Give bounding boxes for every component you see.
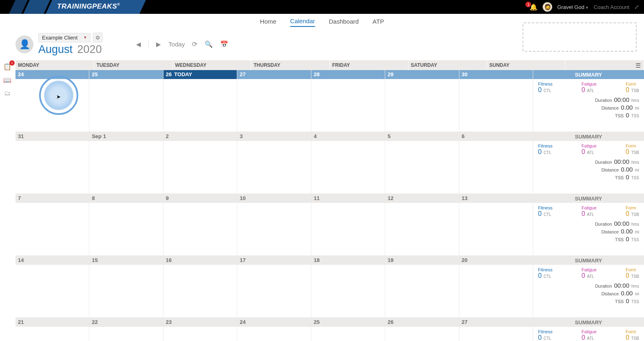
user-name-label[interactable]: Gravel God▼	[557, 4, 589, 10]
day-header-thu: THURSDAY	[251, 60, 330, 70]
calendar-day[interactable]: 17	[237, 256, 311, 317]
library-badge: 1	[9, 60, 15, 66]
client-avatar[interactable]: 👤	[15, 35, 33, 53]
calendar-week: 14 15 16 17 18 19 20 SUMMARY Fitness0 CT…	[15, 256, 644, 318]
tss-label: TSS	[615, 113, 624, 118]
form-label: Form	[626, 205, 639, 210]
calendar-day[interactable]: 26TODAY	[163, 70, 237, 132]
fatigue-value: 0	[582, 148, 585, 155]
brand-text: TRAININGPEAKS	[57, 2, 117, 10]
nav-dashboard[interactable]: Dashboard	[329, 18, 359, 26]
library-icon[interactable]: 📋 1	[3, 63, 11, 70]
calendar-day[interactable]: 4	[311, 132, 385, 194]
calendar-day[interactable]: 7	[15, 194, 89, 255]
notifications-bell-icon[interactable]: 🔔 1	[529, 3, 538, 11]
calendar-day[interactable]: 13	[459, 194, 533, 255]
calendar-day[interactable]: 6	[459, 132, 533, 194]
calendar-day[interactable]: 31	[15, 132, 89, 194]
calendar-day[interactable]: 25	[311, 318, 385, 341]
form-label: Form	[626, 329, 639, 334]
fullscreen-icon[interactable]: ⤢	[634, 4, 639, 10]
date-range-icon[interactable]: 📅	[220, 40, 228, 48]
calendar-day[interactable]: 21	[15, 318, 89, 341]
client-select[interactable]: Example Client ▼	[38, 33, 90, 42]
calendar-day[interactable]: Sep 1	[89, 132, 163, 194]
calendar-day[interactable]: 28	[311, 70, 385, 132]
next-button[interactable]: ▶	[156, 41, 161, 48]
calendar-day[interactable]: 2	[163, 132, 237, 194]
calendar-day[interactable]: 8	[89, 194, 163, 255]
fitness-value: 0	[538, 148, 542, 155]
form-unit: TSB	[630, 88, 639, 93]
calendar-day[interactable]: 30	[459, 70, 533, 132]
distance-value: 0.00	[621, 104, 633, 111]
calendar-toolbar: ◀ ▶ Today ⟳ 🔍 📅	[136, 40, 228, 48]
month-title: August 2020	[38, 43, 103, 56]
tss-unit: TSS	[631, 299, 639, 304]
calendar-day[interactable]: 14	[15, 256, 89, 317]
calendar-day[interactable]: 11	[311, 194, 385, 255]
today-button[interactable]: Today	[168, 41, 185, 48]
day-date: 25	[92, 71, 97, 77]
calendar-day[interactable]: 23	[163, 318, 237, 341]
user-avatar[interactable]: 🧔	[543, 2, 552, 12]
duration-label: Duration	[595, 284, 612, 288]
calendar-day[interactable]: 10	[237, 194, 311, 255]
day-date: 2	[166, 133, 169, 139]
fatigue-unit: ATL	[586, 212, 594, 217]
fatigue-value: 0	[582, 210, 585, 217]
summary-title: SUMMARY	[533, 196, 644, 202]
calendar-day[interactable]: 24	[237, 318, 311, 341]
calendar-day[interactable]: 29	[385, 70, 459, 132]
refresh-icon[interactable]: ⟳	[192, 40, 197, 48]
calendar-day[interactable]: 27	[459, 318, 533, 341]
calendar-day[interactable]: 24 ➤	[15, 70, 89, 132]
nav-home[interactable]: Home	[260, 18, 276, 26]
form-label: Form	[626, 81, 639, 86]
day-header-row: MONDAY TUESDAY WEDNESDAY THURSDAY FRIDAY…	[15, 60, 644, 70]
calendar-header: 👤 Example Client ▼ ⚙ August 2020 ◀ ▶ Tod…	[0, 30, 644, 58]
calendar-day[interactable]: 3	[237, 132, 311, 194]
calendar-day[interactable]: 9	[163, 194, 237, 255]
prev-button[interactable]: ◀	[136, 41, 141, 48]
calendar-day[interactable]: 22	[89, 318, 163, 341]
book-icon[interactable]: 📖	[3, 76, 11, 84]
calendar-day[interactable]: 5	[385, 132, 459, 194]
day-date: 24	[240, 319, 245, 325]
hamburger-icon[interactable]: ☰	[635, 62, 641, 69]
search-icon[interactable]: 🔍	[205, 40, 213, 48]
fitness-label: Fitness	[538, 205, 552, 210]
week-summary: SUMMARY Fitness0 CTL Fatigue0 ATL Form0 …	[533, 132, 644, 194]
duration-unit: hms	[631, 222, 639, 227]
fitness-unit: CTL	[543, 274, 551, 279]
calendar-day[interactable]: 20	[459, 256, 533, 317]
day-date: 20	[462, 257, 468, 263]
nav-atp[interactable]: ATP	[373, 18, 384, 26]
calendar-day[interactable]: 12	[385, 194, 459, 255]
chevron-down-icon: ▼	[83, 35, 87, 40]
day-date: 3	[240, 133, 243, 139]
calendar-day[interactable]: 15	[89, 256, 163, 317]
day-date: 24	[18, 71, 24, 77]
calendar-day[interactable]: 18	[311, 256, 385, 317]
day-date: 7	[18, 195, 21, 201]
distance-unit: mi	[635, 168, 639, 172]
plan-icon[interactable]: 🗂	[4, 90, 11, 97]
nav-calendar[interactable]: Calendar	[290, 18, 315, 27]
client-settings-button[interactable]: ⚙	[93, 33, 103, 42]
calendar-week: 24 ➤ 25 26TODAY 27 28 29 30 SUMMARY Fitn…	[15, 70, 644, 132]
tss-unit: TSS	[631, 238, 639, 242]
day-date: 29	[388, 71, 393, 77]
calendar-day[interactable]: 25	[89, 70, 163, 132]
notifications-badge: 1	[525, 2, 531, 7]
calendar-week: 21 22 23 24 25 26 27 SUMMARY Fitness0 CT…	[15, 318, 644, 341]
distance-label: Distance	[601, 106, 619, 110]
calendar-day[interactable]: 16	[163, 256, 237, 317]
calendar-day[interactable]: 19	[385, 256, 459, 317]
day-date: 11	[314, 195, 320, 201]
calendar-day[interactable]: 26	[385, 318, 459, 341]
coach-account-link[interactable]: Coach Account	[594, 4, 629, 10]
calendar-day[interactable]: 27	[237, 70, 311, 132]
brand-logo[interactable]: TRAININGPEAKS®	[0, 0, 147, 14]
duration-unit: hms	[631, 160, 639, 165]
